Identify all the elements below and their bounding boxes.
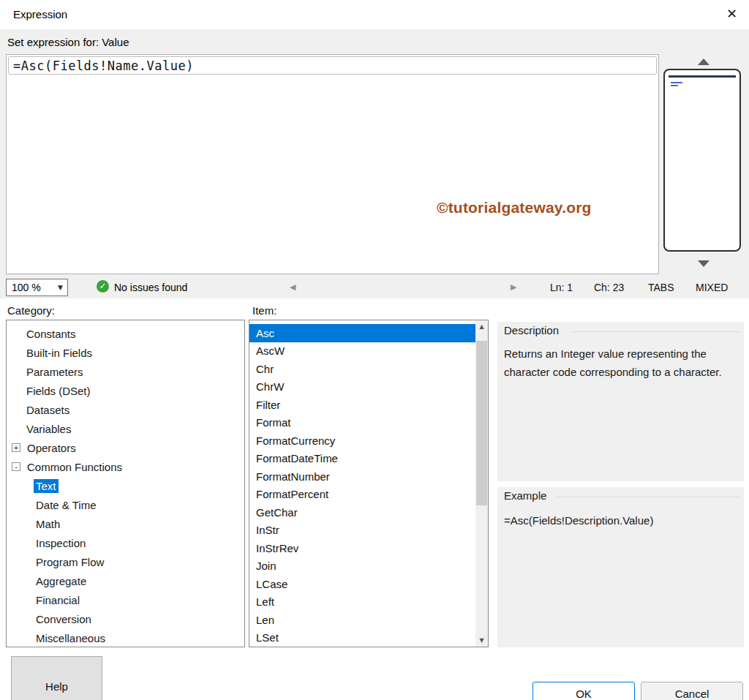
groupbox-line [554, 497, 740, 497]
close-icon[interactable]: ✕ [726, 6, 737, 21]
category-item-label: Conversion [34, 612, 94, 626]
item-len[interactable]: Len [249, 611, 475, 629]
watermark-text: ©tutorialgateway.org [437, 199, 592, 217]
category-item-label: Math [34, 517, 62, 531]
dialog-title: Expression [13, 8, 67, 20]
scroll-down-icon[interactable] [698, 260, 710, 267]
category-item-label: Inspection [34, 536, 88, 550]
category-list[interactable]: ConstantsBuilt-in FieldsParametersFields… [6, 320, 245, 647]
item-instr[interactable]: InStr [249, 522, 475, 540]
minimap-mark [671, 82, 682, 83]
status-message: No issues found [114, 282, 187, 293]
category-item-label: Parameters [24, 365, 86, 379]
category-item-datasets[interactable]: Datasets [7, 400, 244, 419]
category-item-label: Variables [24, 422, 73, 436]
description-text: Returns an Integer value representing th… [504, 345, 735, 381]
category-item-common-functions[interactable]: -Common Functions [7, 457, 244, 476]
category-item-variables[interactable]: Variables [7, 419, 244, 438]
mixed-indicator: MIXED [696, 282, 728, 293]
item-label: Item: [252, 304, 276, 317]
collapse-icon[interactable]: - [12, 462, 20, 471]
help-button[interactable]: Help [11, 656, 102, 700]
category-item-label: Text [34, 479, 59, 493]
category-item-financial[interactable]: Financial [7, 590, 244, 609]
category-item-label: Date & Time [34, 498, 99, 512]
item-chr[interactable]: Chr [249, 360, 475, 378]
example-text: =Asc(Fields!Description.Value) [504, 511, 735, 530]
description-title: Description [504, 324, 559, 336]
example-title: Example [504, 489, 546, 502]
item-chrw[interactable]: ChrW [249, 378, 475, 396]
category-item-fields-dset[interactable]: Fields (DSet) [7, 381, 244, 400]
item-listbox[interactable]: AscAscWChrChrWFilterFormatFormatCurrency… [249, 320, 489, 647]
item-join[interactable]: Join [249, 557, 475, 576]
category-item-operators[interactable]: +Operators [7, 438, 244, 457]
category-item-label: Datasets [24, 403, 72, 417]
category-item-date-time[interactable]: Date & Time [7, 495, 244, 514]
description-panel: Description Returns an Integer value rep… [497, 322, 744, 481]
item-scrollbar[interactable]: ▲ ▼ [475, 320, 488, 647]
category-item-program-flow[interactable]: Program Flow [7, 552, 244, 571]
item-format[interactable]: Format [249, 414, 475, 432]
item-ascw[interactable]: AscW [249, 342, 475, 361]
item-filter[interactable]: Filter [249, 396, 475, 414]
ok-button[interactable]: OK [532, 682, 635, 700]
expression-text: =Asc(Fields!Name.Value) [13, 59, 194, 73]
item-formatpercent[interactable]: FormatPercent [249, 486, 475, 504]
item-ltrim[interactable]: LTrim [249, 647, 475, 647]
tabs-indicator: TABS [648, 282, 674, 293]
category-item-aggregate[interactable]: Aggregate [7, 571, 244, 590]
category-item-label: Operators [25, 441, 78, 455]
editor-scroll-column [662, 54, 745, 274]
groupbox-line [571, 331, 740, 332]
item-formatcurrency[interactable]: FormatCurrency [249, 432, 475, 450]
dropdown-arrow-icon: ▼ [58, 284, 63, 291]
expand-icon[interactable]: + [12, 443, 20, 452]
example-panel: Example =Asc(Fields!Description.Value) [497, 487, 744, 647]
editor-statusbar: 100 % ▼ ✓ No issues found ◀ ▶ Ln: 1 Ch: … [0, 276, 749, 298]
item-left[interactable]: Left [249, 593, 475, 611]
scrollbar-up-icon[interactable]: ▲ [475, 320, 488, 333]
category-item-label: Constants [24, 327, 78, 341]
minimap-line [669, 75, 736, 78]
zoom-dropdown[interactable]: 100 % ▼ [6, 279, 68, 296]
item-formatnumber[interactable]: FormatNumber [249, 467, 475, 486]
category-item-miscellaneous[interactable]: Miscellaneous [7, 628, 244, 647]
scrollbar-down-icon[interactable]: ▼ [475, 634, 488, 647]
zoom-value: 100 % [12, 282, 41, 293]
scrollbar-thumb[interactable] [476, 341, 487, 505]
category-item-label: Financial [34, 593, 82, 607]
item-list: AscAscWChrChrWFilterFormatFormatCurrency… [249, 324, 475, 647]
category-item-parameters[interactable]: Parameters [7, 362, 244, 381]
category-item-label: Built-in Fields [24, 346, 94, 360]
category-item-label: Common Functions [25, 460, 124, 474]
set-expression-label: Set expression for: Value [7, 36, 129, 48]
minimap-mark [671, 85, 678, 86]
expression-editor[interactable]: =Asc(Fields!Name.Value) ©tutorialgateway… [6, 54, 659, 274]
hscroll-right-icon[interactable]: ▶ [511, 282, 516, 292]
item-instrrev[interactable]: InStrRev [249, 539, 475, 557]
item-lcase[interactable]: LCase [249, 575, 475, 593]
category-item-inspection[interactable]: Inspection [7, 533, 244, 552]
scroll-up-icon[interactable] [698, 59, 710, 65]
line-indicator: Ln: 1 [550, 282, 573, 293]
category-item-text[interactable]: Text [7, 476, 244, 495]
item-lset[interactable]: LSet [249, 629, 475, 647]
item-asc[interactable]: Asc [249, 324, 475, 342]
category-item-label: Fields (DSet) [24, 384, 93, 398]
editor-minimap[interactable] [663, 69, 741, 252]
category-item-label: Program Flow [34, 555, 106, 569]
category-item-math[interactable]: Math [7, 514, 244, 533]
item-formatdatetime[interactable]: FormatDateTime [249, 450, 475, 468]
category-item-built-in-fields[interactable]: Built-in Fields [7, 343, 244, 362]
char-indicator: Ch: 23 [594, 282, 624, 293]
item-getchar[interactable]: GetChar [249, 503, 475, 522]
category-item-conversion[interactable]: Conversion [7, 609, 244, 628]
category-item-label: Miscellaneous [34, 631, 108, 645]
titlebar: Expression ✕ [0, 0, 749, 29]
hscroll-left-icon[interactable]: ◀ [290, 282, 296, 292]
category-item-constants[interactable]: Constants [7, 324, 244, 343]
cancel-button[interactable]: Cancel [641, 682, 743, 700]
category-label: Category: [7, 304, 55, 317]
category-item-label: Aggregate [34, 574, 89, 588]
